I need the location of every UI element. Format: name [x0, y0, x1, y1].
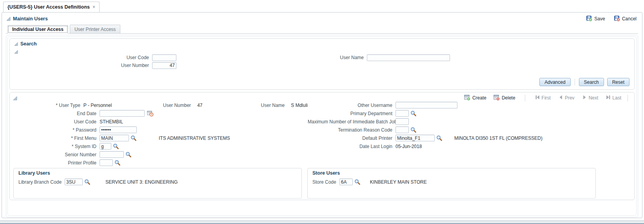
first-menu-description: ITS ADMINISTRATIVE SYSTEMS	[159, 135, 230, 141]
magnifier-icon[interactable]	[410, 127, 417, 133]
user-code-row: User Code STHEMBIL	[10, 117, 308, 126]
search-user-name-row: User Name	[332, 54, 450, 61]
tab-bar: Individual User Access User Printer Acce…	[6, 25, 638, 34]
library-users-header: Library Users	[18, 170, 297, 176]
termination-reason-label: Termination Reason Code	[308, 127, 395, 133]
end-date-row: End Date	[10, 109, 308, 117]
search-user-number-row: User Number	[113, 61, 176, 69]
search-section-header: Search	[14, 41, 630, 47]
detail-left-column: * User Type P - Personnel User Number 47…	[10, 101, 308, 167]
user-code-label: User Code	[113, 55, 149, 60]
save-label: Save	[594, 16, 605, 22]
user-code-input[interactable]	[152, 54, 176, 61]
system-id-row: * System ID	[10, 142, 308, 150]
other-username-label: Other Username	[308, 103, 395, 108]
next-record-button[interactable]: Next	[581, 94, 600, 101]
disclosure-triangle-icon[interactable]	[14, 42, 18, 46]
system-id-label: * System ID	[10, 144, 100, 149]
tab-individual-user-access[interactable]: Individual User Access	[7, 25, 68, 34]
store-code-input[interactable]	[339, 179, 353, 185]
termination-reason-input[interactable]	[395, 126, 409, 133]
first-menu-label: * First Menu	[10, 135, 100, 141]
first-menu-input[interactable]	[100, 135, 129, 141]
magnifier-icon[interactable]	[410, 110, 417, 117]
document-tab[interactable]: {USERS-5} User Access Definitions ×	[3, 2, 100, 12]
library-branch-description: SERVICE UNIT 3: ENGINEERING	[105, 179, 178, 185]
content-outer-wrapper: Search User Code	[6, 35, 638, 217]
library-users-panel: Library Users Library Branch Code SERVIC…	[13, 168, 302, 199]
search-button[interactable]: Search	[579, 78, 604, 86]
tab-user-printer-access[interactable]: User Printer Access	[70, 25, 120, 33]
document-tab-title: {USERS-5} User Access Definitions	[7, 4, 90, 10]
user-number-value: 47	[197, 103, 202, 108]
primary-department-label: Primary Department	[308, 111, 395, 116]
divider	[628, 95, 628, 101]
delete-label: Delete	[502, 95, 515, 101]
document-tab-strip: {USERS-5} User Access Definitions ×	[0, 0, 644, 12]
nav-next-icon	[582, 95, 587, 101]
search-inner-disclosure	[14, 50, 630, 55]
disclosure-triangle-icon[interactable]	[14, 50, 18, 54]
last-record-button[interactable]: Last	[604, 94, 623, 101]
printer-profile-row: Printer Profile	[10, 159, 308, 167]
senior-number-input[interactable]	[100, 151, 124, 158]
user-type-value: P - Personnel	[83, 103, 112, 108]
end-date-label: End Date	[10, 111, 100, 116]
user-number-label: User Number	[120, 103, 194, 108]
other-username-row: Other Username	[308, 101, 644, 109]
system-id-input[interactable]	[100, 143, 111, 150]
next-label: Next	[589, 95, 599, 101]
close-icon[interactable]: ×	[93, 4, 95, 10]
magnifier-icon[interactable]	[125, 152, 132, 158]
termination-reason-row: Termination Reason Code	[308, 126, 644, 134]
user-name-input[interactable]	[367, 54, 450, 61]
user-number-input[interactable]	[152, 62, 176, 69]
library-branch-code-input[interactable]	[65, 179, 83, 185]
primary-department-row: Primary Department	[308, 109, 644, 117]
magnifier-icon[interactable]	[354, 179, 361, 185]
magnifier-icon[interactable]	[131, 135, 137, 141]
nav-prev-icon	[559, 95, 563, 101]
store-users-header: Store Users	[312, 170, 591, 176]
other-username-input[interactable]	[395, 102, 457, 108]
create-label: Create	[472, 95, 486, 101]
floppy-disk-plus-icon	[586, 15, 592, 23]
end-date-input[interactable]	[100, 110, 145, 117]
prev-label: Prev	[565, 95, 575, 101]
maintain-users-window: Maintain Users Save Cancel Individual Us…	[2, 12, 642, 218]
user-type-label: * User Type	[10, 103, 83, 108]
default-printer-input[interactable]	[395, 135, 435, 141]
user-type-row: * User Type P - Personnel User Number 47…	[10, 101, 308, 109]
divider	[575, 79, 575, 85]
magnifier-icon[interactable]	[114, 160, 121, 166]
window-header: Maintain Users Save Cancel	[6, 14, 638, 23]
user-name-label: User Name	[332, 55, 364, 60]
default-printer-description: MINOLTA DI350 1ST FL (COMPRESSED)	[454, 135, 542, 141]
max-batch-jobs-input[interactable]	[395, 118, 409, 125]
disclosure-triangle-icon[interactable]	[13, 96, 17, 101]
password-input[interactable]	[100, 126, 137, 133]
cancel-button[interactable]: Cancel	[612, 14, 638, 23]
first-record-button[interactable]: First	[534, 94, 552, 101]
prev-record-button[interactable]: Prev	[557, 94, 576, 101]
magnifier-icon[interactable]	[84, 179, 91, 185]
printer-profile-input[interactable]	[100, 159, 113, 166]
divider	[525, 95, 525, 101]
date-picker-clock-icon[interactable]	[147, 110, 154, 117]
disclosure-triangle-icon[interactable]	[6, 16, 11, 21]
default-printer-row: Default Printer MINOLTA DI350 1ST FL (CO…	[308, 134, 644, 142]
save-button[interactable]: Save	[584, 14, 606, 23]
advanced-button[interactable]: Advanced	[539, 78, 570, 86]
magnifier-icon[interactable]	[436, 135, 443, 141]
date-last-login-value: 05-Jun-2018	[395, 144, 422, 149]
senior-number-label: Senior Number	[10, 152, 100, 157]
bottom-divider-strip	[0, 220, 644, 224]
default-printer-label: Default Printer	[308, 135, 395, 141]
library-branch-code-row: Library Branch Code SERVICE UNIT 3: ENGI…	[18, 179, 297, 185]
detail-right-column: Other Username Primary Department Maximu…	[308, 101, 644, 150]
magnifier-icon[interactable]	[113, 143, 119, 150]
first-label: First	[542, 95, 551, 101]
detail-panel: Create Delete	[9, 92, 635, 200]
reset-button[interactable]: Reset	[607, 78, 629, 86]
primary-department-input[interactable]	[395, 110, 409, 117]
